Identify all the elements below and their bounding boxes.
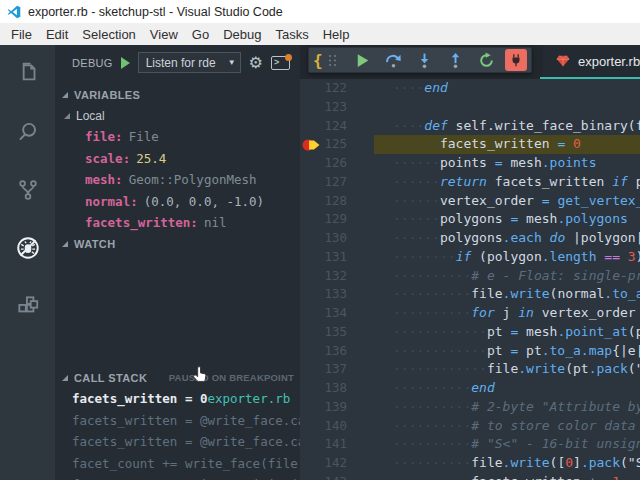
variable-name: scale:	[85, 151, 130, 166]
code-line: ··········for j in vertex_order	[300, 304, 640, 323]
step-out-button[interactable]	[440, 48, 471, 72]
activity-source-control[interactable]	[0, 161, 55, 219]
debug-configuration-dropdown[interactable]: Listen for rde ▼	[138, 52, 241, 73]
line-number[interactable]: 137	[300, 360, 347, 379]
line-number[interactable]: 122	[300, 79, 347, 98]
breakpoint-current-line-icon[interactable]	[302, 138, 324, 152]
variable-row[interactable]: mesh:Geom::PolygonMesh	[55, 169, 300, 191]
code-lines: ····end····def self.write_face_binary(fi…	[300, 79, 640, 480]
line-number[interactable]: 142	[300, 454, 347, 473]
variables-section-header[interactable]: VARIABLES	[55, 84, 300, 105]
menu-item-selection[interactable]: Selection	[75, 25, 142, 44]
step-over-button[interactable]	[378, 48, 409, 72]
paused-on-breakpoint-badge: PAUSED ON BREAKPOINT	[169, 372, 294, 383]
frame-text: facets_written = 0	[72, 391, 207, 406]
gear-icon[interactable]: ⚙	[249, 55, 263, 71]
menu-item-help[interactable]: Help	[316, 25, 357, 44]
line-number[interactable]: 134	[300, 304, 347, 323]
activity-explorer[interactable]	[0, 45, 55, 103]
watch-section-header[interactable]: WATCH	[55, 233, 300, 254]
restart-button[interactable]	[471, 48, 502, 72]
twistie-icon	[64, 113, 70, 119]
git-branch-icon	[15, 177, 41, 203]
line-number[interactable]: 133	[300, 285, 347, 304]
restart-icon	[478, 52, 495, 69]
stack-frame-row[interactable]: facets_written = 0exporter.rb	[55, 388, 300, 410]
menu-item-go[interactable]: Go	[185, 25, 216, 44]
step-over-icon	[385, 52, 402, 69]
menu-item-view[interactable]: View	[143, 25, 185, 44]
drag-handle[interactable]	[329, 55, 337, 66]
variable-row[interactable]: facets_written:nil	[55, 212, 300, 233]
plug-icon	[509, 53, 523, 67]
variable-name: mesh:	[85, 172, 123, 187]
debug-toolbar: {	[308, 47, 532, 73]
stack-frame-row[interactable]: facets_written = @write_face.call(	[55, 410, 300, 432]
code-line	[300, 98, 640, 117]
code-line: ··········end	[300, 379, 640, 398]
debug-configuration-value: Listen for rde	[146, 56, 226, 70]
stack-frame-row[interactable]: facet_count += write_face(file, e	[55, 453, 300, 475]
call-stack-section-header[interactable]: CALL STACK PAUSED ON BREAKPOINT	[55, 367, 300, 388]
line-number[interactable]: 136	[300, 342, 347, 361]
code-line: ······facets_written = 0	[300, 135, 640, 154]
line-number[interactable]: 123	[300, 98, 347, 117]
line-number[interactable]: 140	[300, 417, 347, 436]
files-icon	[15, 61, 41, 87]
line-number[interactable]: 135	[300, 323, 347, 342]
menu-item-debug[interactable]: Debug	[216, 25, 268, 44]
variable-value: File	[129, 129, 159, 144]
start-debugging-button[interactable]	[121, 57, 130, 69]
line-number[interactable]: 141	[300, 435, 347, 454]
activity-debug[interactable]	[0, 219, 55, 277]
continue-button[interactable]	[347, 48, 378, 72]
line-number[interactable]: 124	[300, 117, 347, 136]
stack-frame-row[interactable]: facets_written = @write_face.call(	[55, 431, 300, 453]
line-number[interactable]: 139	[300, 398, 347, 417]
code-line: ············pt = pt.to_a.map{|e| e * sca…	[300, 342, 640, 361]
code-line: ····def self.write_face_binary(file, sca…	[300, 117, 640, 136]
code-line: ··········# "S<" - 16-bit unsigned	[300, 435, 640, 454]
tab-exporter-rb[interactable]: exporter.rb	[543, 45, 640, 77]
variable-row[interactable]: scale:25.4	[55, 148, 300, 170]
debug-console-icon[interactable]: >	[271, 56, 290, 70]
disconnect-button[interactable]	[505, 49, 527, 71]
line-number[interactable]: 129	[300, 210, 347, 229]
line-number[interactable]: 132	[300, 267, 347, 286]
window-title: exporter.rb - sketchup-stl - Visual Stud…	[28, 5, 283, 19]
code-line: ··········# to store color data	[300, 417, 640, 436]
frame-text: facets_written = @write_face.call(	[72, 434, 300, 449]
debug-sidebar: DEBUG Listen for rde ▼ ⚙ > VARIABLES Loc…	[55, 45, 300, 480]
activity-bar	[0, 45, 55, 480]
play-icon	[354, 52, 371, 69]
chevron-down-icon: ▼	[228, 58, 236, 67]
variable-row[interactable]: normal:(0.0, 0.0, -1.0)	[55, 191, 300, 213]
menu-item-edit[interactable]: Edit	[39, 25, 75, 44]
step-into-button[interactable]	[409, 48, 440, 72]
code-editor[interactable]: ····end····def self.write_face_binary(fi…	[300, 79, 640, 480]
stack-frame-row[interactable]: facet_count += write_entities(file	[55, 474, 300, 480]
line-number[interactable]: 127	[300, 173, 347, 192]
search-icon	[15, 119, 41, 145]
line-number[interactable]: 128	[300, 192, 347, 211]
brace-glyph: {	[313, 51, 323, 70]
code-line: ··········file.write([0].pack("S<"))	[300, 454, 640, 473]
line-number[interactable]: 138	[300, 379, 347, 398]
variable-value: Geom::PolygonMesh	[129, 172, 257, 187]
line-number[interactable]: 130	[300, 229, 347, 248]
line-number[interactable]: 126	[300, 154, 347, 173]
activity-search[interactable]	[0, 103, 55, 161]
debug-panel-title: DEBUG	[72, 57, 113, 69]
variables-scope-local[interactable]: Local	[55, 105, 300, 126]
extensions-icon	[15, 293, 41, 319]
variable-value: nil	[204, 215, 227, 230]
menu-item-file[interactable]: File	[4, 25, 39, 44]
menu-item-tasks[interactable]: Tasks	[268, 25, 315, 44]
variable-row[interactable]: file:File	[55, 126, 300, 148]
editor-group: exporter.rb {	[300, 45, 640, 480]
code-line: ··········facets_written += 1	[300, 473, 640, 480]
activity-extensions[interactable]	[0, 277, 55, 335]
line-number[interactable]: 131	[300, 248, 347, 267]
line-number[interactable]: 143	[300, 473, 347, 480]
frame-text: facets_written = @write_face.call(	[72, 413, 300, 428]
